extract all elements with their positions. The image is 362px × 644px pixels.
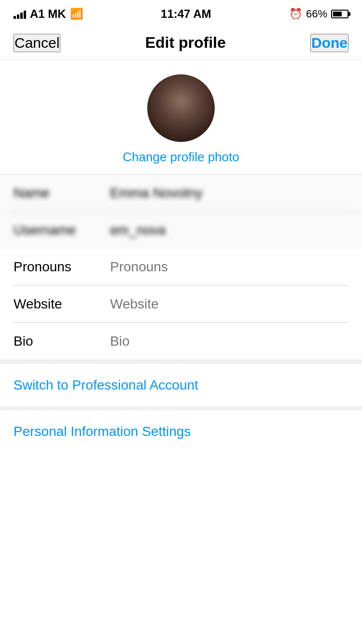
- pronouns-input[interactable]: [110, 259, 348, 275]
- done-button[interactable]: Done: [310, 34, 348, 52]
- battery-icon: [331, 10, 348, 18]
- alarm-icon: ⏰: [289, 8, 302, 20]
- time-label: 11:47 AM: [161, 7, 211, 21]
- website-input[interactable]: [110, 296, 348, 312]
- signal-icon: [14, 9, 26, 19]
- status-left: A1 MK 📶: [14, 7, 83, 21]
- name-value: Emma Novotny: [110, 185, 348, 201]
- bio-field-row: Bio: [14, 323, 348, 360]
- name-field-row: Name Emma Novotny: [0, 175, 362, 211]
- bio-label: Bio: [14, 334, 110, 349]
- username-label: Username: [14, 223, 110, 238]
- clear-fields-section: Pronouns Website Bio: [0, 249, 362, 360]
- nav-bar: Cancel Edit profile Done: [0, 26, 362, 60]
- website-field-row: Website: [14, 286, 348, 322]
- website-label: Website: [14, 296, 110, 312]
- switch-professional-button[interactable]: Switch to Professional Account: [14, 364, 348, 406]
- pronouns-field-row: Pronouns: [14, 249, 348, 285]
- username-field-row: Username em_nova: [0, 212, 362, 249]
- avatar[interactable]: [147, 74, 215, 142]
- bio-input[interactable]: [110, 334, 348, 349]
- status-bar: A1 MK 📶 11:47 AM ⏰ 66%: [0, 0, 362, 26]
- battery-percent: 66%: [306, 8, 327, 20]
- form-section: Name Emma Novotny Username em_nova Prono…: [0, 174, 362, 360]
- name-label: Name: [14, 185, 110, 201]
- professional-account-section: Switch to Professional Account: [0, 360, 362, 406]
- page-title: Edit profile: [145, 34, 226, 52]
- blurred-fields-container: Name Emma Novotny Username em_nova: [0, 175, 362, 249]
- carrier-label: A1 MK: [30, 7, 66, 21]
- change-photo-button[interactable]: Change profile photo: [123, 150, 239, 165]
- username-value: em_nova: [110, 223, 348, 238]
- wifi-icon: 📶: [70, 8, 83, 20]
- personal-info-button[interactable]: Personal Information Settings: [14, 410, 348, 453]
- cancel-button[interactable]: Cancel: [14, 34, 60, 52]
- avatar-image: [147, 74, 215, 142]
- profile-photo-section: Change profile photo: [0, 60, 362, 174]
- status-right: ⏰ 66%: [289, 8, 348, 20]
- personal-info-section: Personal Information Settings: [0, 406, 362, 453]
- pronouns-label: Pronouns: [14, 259, 110, 275]
